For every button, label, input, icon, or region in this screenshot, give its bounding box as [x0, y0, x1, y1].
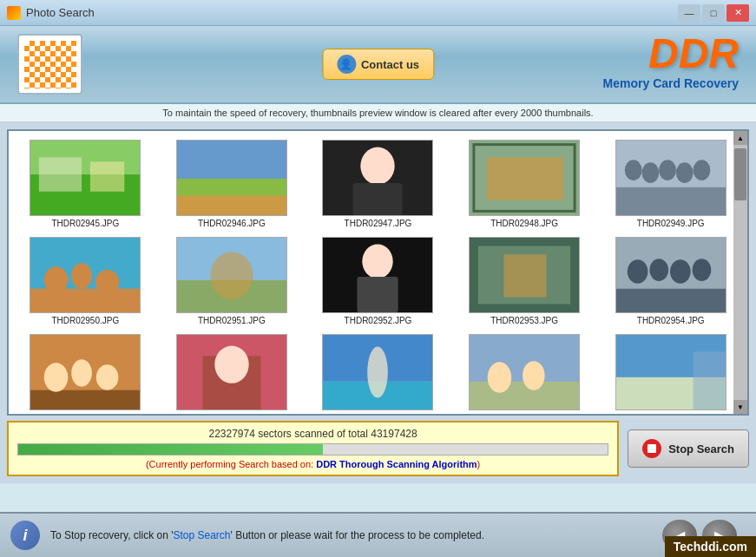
techddi-badge: Techddi.com [665, 536, 756, 557]
main-content: THDR02945.JPG THDR02946.JPG THDR02947.JP… [0, 122, 756, 483]
thumbnail-label: THDR02946.JPG [198, 219, 266, 228]
list-item[interactable]: THDR02951.JPG [159, 232, 306, 329]
scrollbar-track[interactable]: ▲ ▼ [733, 131, 747, 414]
svg-point-35 [627, 259, 648, 284]
thumbnail-image [176, 140, 287, 216]
list-item[interactable]: THDR02950.JPG [12, 232, 159, 329]
bottom-message: To Stop recovery, click on 'Stop Search'… [50, 529, 652, 541]
logo-box [17, 34, 82, 95]
list-item[interactable]: THDR02953.JPG [451, 232, 598, 329]
scrollbar-up-button[interactable]: ▲ [733, 131, 747, 145]
thumbnail-label: THDR02959.JPG [637, 413, 705, 414]
svg-rect-6 [177, 196, 286, 216]
thumbnail-image [30, 140, 141, 216]
scrollbar-thumb[interactable] [734, 148, 746, 200]
list-item[interactable]: THDR02952.JPG [305, 232, 451, 329]
list-item[interactable]: THDR02947.JPG [305, 134, 451, 232]
thumbnail-label: THDR02953.JPG [490, 316, 558, 325]
title-controls: — □ ✕ [678, 4, 749, 22]
svg-rect-3 [90, 161, 124, 191]
svg-point-36 [649, 259, 668, 281]
thumbnail-image [30, 334, 141, 410]
contact-icon: 👤 [337, 55, 356, 74]
close-button[interactable]: ✕ [726, 4, 749, 22]
thumbnail-image [30, 237, 141, 313]
svg-rect-21 [30, 289, 140, 313]
list-item[interactable]: THDR02946.JPG [159, 134, 306, 232]
svg-point-42 [44, 363, 69, 391]
progress-bar-inner [18, 444, 323, 455]
thumbnail-label: THDR02947.JPG [345, 219, 412, 228]
contact-button[interactable]: 👤 Contact us [322, 49, 434, 80]
svg-point-14 [625, 160, 642, 180]
thumbnail-image [469, 237, 580, 313]
thumbnail-image [176, 334, 287, 410]
thumbnail-image [615, 237, 726, 313]
stop-search-button[interactable]: Stop Search [628, 429, 749, 468]
window-title: Photo Search [26, 6, 95, 19]
progress-sectors-text: 22327974 sectors scanned of total 431974… [17, 428, 608, 440]
ddr-logo: DDR Memory Card Recovery [603, 33, 739, 90]
svg-point-23 [72, 263, 93, 289]
thumbnail-label: THDR02955.JPG [51, 413, 119, 414]
list-item[interactable]: THDR02945.JPG [12, 134, 159, 232]
stop-search-link: Stop Search [173, 529, 230, 541]
svg-rect-52 [470, 382, 579, 410]
stop-icon [642, 439, 661, 458]
stop-icon-inner [648, 444, 656, 453]
svg-rect-39 [616, 289, 726, 313]
svg-point-43 [72, 359, 93, 387]
thumbnail-label: THDR02956.JPG [198, 413, 266, 414]
svg-point-44 [96, 364, 119, 390]
list-item[interactable]: THDR02956.JPG [159, 329, 306, 414]
thumbnail-image [469, 334, 580, 410]
thumbnail-label: THDR02951.JPG [198, 316, 266, 325]
techddi-label: Techddi.com [674, 540, 747, 554]
svg-rect-19 [616, 187, 726, 215]
list-item[interactable]: THDR02959.JPG [597, 329, 744, 414]
progress-algo-highlight: DDR Thorough Scanning Algorithm [316, 459, 477, 469]
thumbnail-image [469, 140, 580, 216]
progress-box: 22327974 sectors scanned of total 431974… [7, 421, 619, 476]
svg-point-29 [363, 245, 393, 278]
scrollbar-down-button[interactable]: ▼ [733, 400, 747, 414]
thumbnail-label: THDR02950.JPG [51, 316, 119, 325]
thumbnail-grid: THDR02945.JPG THDR02946.JPG THDR02947.JP… [9, 131, 747, 414]
list-item[interactable]: THDR02957.JPG [305, 329, 451, 414]
svg-rect-30 [358, 277, 398, 312]
thumbnail-label: THDR02945.JPG [51, 219, 119, 228]
title-bar-left: Photo Search [7, 6, 95, 20]
list-item[interactable]: THDR02954.JPG [597, 232, 744, 329]
svg-rect-5 [177, 179, 286, 196]
svg-point-18 [693, 160, 710, 180]
svg-rect-9 [353, 183, 403, 215]
svg-point-47 [214, 345, 248, 383]
restore-button[interactable]: □ [702, 4, 725, 22]
svg-point-38 [692, 259, 711, 281]
list-item[interactable]: THDR02955.JPG [12, 329, 159, 414]
thumbnail-image [615, 334, 726, 410]
svg-point-15 [641, 162, 659, 183]
list-item[interactable]: THDR02958.JPG [451, 329, 598, 414]
svg-rect-11 [487, 157, 564, 200]
header: 👤 Contact us DDR Memory Card Recovery [0, 26, 756, 104]
info-icon: i [10, 521, 40, 550]
list-item[interactable]: THDR02948.JPG [451, 134, 598, 232]
thumbnail-image [322, 237, 433, 313]
progress-bar-outer [17, 443, 608, 455]
minimize-button[interactable]: — [678, 4, 700, 22]
svg-point-53 [488, 362, 512, 392]
svg-point-27 [210, 252, 253, 299]
svg-rect-33 [503, 254, 546, 297]
svg-point-8 [361, 147, 395, 185]
logo-checkerboard [24, 41, 76, 88]
thumbnail-image [322, 140, 433, 216]
svg-point-54 [523, 361, 545, 390]
thumbnail-label: THDR02948.JPG [490, 219, 558, 228]
thumbnail-label: THDR02949.JPG [637, 219, 705, 228]
svg-rect-4 [177, 141, 286, 179]
svg-point-50 [368, 346, 389, 397]
progress-section: 22327974 sectors scanned of total 431974… [7, 421, 749, 476]
list-item[interactable]: THDR02949.JPG [597, 134, 744, 232]
thumbnail-area: THDR02945.JPG THDR02946.JPG THDR02947.JP… [7, 129, 749, 416]
